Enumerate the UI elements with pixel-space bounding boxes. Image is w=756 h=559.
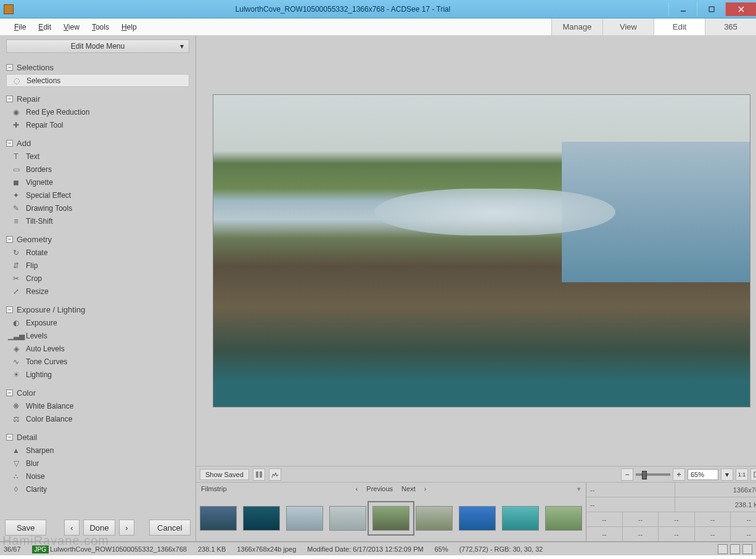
tool-label: Auto Levels — [26, 345, 65, 353]
collapse-icon: − — [6, 306, 13, 313]
whitebalance-icon: ❋ — [11, 401, 21, 411]
section-header-color[interactable]: −Color — [6, 386, 189, 399]
section-header-exposure-lighting[interactable]: −Exposure / Lighting — [6, 303, 189, 316]
collapse-icon: − — [6, 64, 13, 71]
section-header-add[interactable]: −Add — [6, 136, 189, 150]
zoom-slider[interactable] — [636, 473, 670, 476]
tool-label: Color Balance — [26, 415, 72, 423]
edit-panel: Edit Mode Menu ▾ −Selections◌Selections−… — [0, 36, 196, 541]
thumbnail[interactable] — [286, 506, 323, 531]
menu-view[interactable]: View — [58, 20, 85, 34]
prev-image-button[interactable]: ‹ — [64, 520, 79, 536]
info-cell: -- — [695, 512, 731, 526]
close-button[interactable] — [725, 2, 756, 16]
tab-365[interactable]: 365 — [705, 18, 756, 35]
tool-resize[interactable]: ⤢Resize — [6, 285, 189, 298]
section-header-selections[interactable]: −Selections — [6, 60, 189, 74]
cancel-button[interactable]: Cancel — [149, 520, 191, 536]
section-header-detail[interactable]: −Detail — [6, 430, 189, 444]
filmstrip-previous[interactable]: Previous — [366, 485, 393, 492]
zoom-in-button[interactable]: + — [673, 468, 685, 481]
thumbnail[interactable] — [416, 506, 453, 531]
tool-tone-curves[interactable]: ∿Tone Curves — [6, 355, 189, 368]
tool-flip[interactable]: ⇵Flip — [6, 259, 189, 272]
info-cell: -- — [731, 527, 756, 541]
save-button[interactable]: Save — [5, 520, 46, 536]
tool-borders[interactable]: ▭Borders — [6, 163, 189, 176]
tool-exposure[interactable]: ◐Exposure — [6, 316, 189, 329]
zoom-out-button[interactable]: − — [621, 468, 633, 481]
effect-icon: ✦ — [11, 190, 21, 200]
next-image-button[interactable]: › — [119, 520, 134, 536]
tool-sharpen[interactable]: ▲Sharpen — [6, 444, 189, 457]
thumbnail-selected[interactable] — [372, 506, 409, 531]
svg-rect-5 — [260, 471, 262, 478]
tool-lighting[interactable]: ☀Lighting — [6, 368, 189, 381]
tool-blur[interactable]: ▽Blur — [6, 457, 189, 470]
actual-size-icon[interactable]: 1:1 — [736, 468, 748, 481]
fit-image-icon[interactable] — [750, 468, 756, 481]
status-icon[interactable] — [718, 544, 728, 554]
show-saved-button[interactable]: Show Saved — [200, 469, 249, 480]
collapse-filmstrip-icon[interactable]: ▾ — [577, 485, 581, 493]
lighting-icon: ☀ — [11, 370, 21, 380]
tool-label: Special Effect — [26, 191, 71, 200]
tool-color-balance[interactable]: ⚖Color Balance — [6, 412, 189, 425]
tool-rotate[interactable]: ↻Rotate — [6, 246, 189, 259]
format-badge: JPG — [32, 545, 49, 553]
image-viewport[interactable] — [196, 36, 756, 466]
menu-help[interactable]: Help — [116, 20, 142, 34]
tool-tilt-shift[interactable]: ≡Tilt-Shift — [6, 214, 189, 227]
tool-label: Clarity — [26, 485, 47, 494]
zoom-value-input[interactable]: 65% — [688, 469, 718, 480]
tool-label: Resize — [26, 287, 49, 296]
menu-edit[interactable]: Edit — [33, 20, 57, 34]
thumbnail[interactable] — [502, 506, 539, 531]
tool-auto-levels[interactable]: ◈Auto Levels — [6, 342, 189, 355]
tool-repair-tool[interactable]: ✚Repair Tool — [6, 118, 189, 131]
tool-vignette[interactable]: ◼Vignette — [6, 176, 189, 189]
tool-selections[interactable]: ◌Selections — [6, 74, 189, 87]
section-title: Geometry — [17, 235, 52, 244]
menu-tools[interactable]: Tools — [86, 20, 115, 34]
edit-mode-menu-header[interactable]: Edit Mode Menu ▾ — [6, 39, 189, 53]
tool-drawing-tools[interactable]: ✎Drawing Tools — [6, 202, 189, 214]
histogram-icon[interactable] — [269, 468, 281, 481]
collapse-icon: − — [6, 236, 13, 243]
tool-special-effect[interactable]: ✦Special Effect — [6, 189, 189, 202]
tool-crop[interactable]: ✂Crop — [6, 272, 189, 285]
compare-icon[interactable] — [253, 468, 265, 481]
tool-label: Red Eye Reduction — [26, 108, 89, 116]
tool-noise[interactable]: ∴Noise — [6, 470, 189, 483]
thumbnail[interactable] — [243, 506, 280, 531]
tool-text[interactable]: TText — [6, 150, 189, 163]
thumbnail[interactable] — [200, 506, 237, 531]
tab-edit[interactable]: Edit — [654, 18, 705, 35]
collapse-icon: − — [6, 140, 13, 147]
tool-label: Text — [26, 152, 39, 161]
statusbar: 36/67 JPGLulworthCove_ROW10500055332_136… — [0, 541, 756, 555]
section-header-repair[interactable]: −Repair — [6, 92, 189, 105]
minimize-button[interactable] — [668, 2, 697, 16]
status-icon[interactable] — [730, 544, 740, 554]
tool-clarity[interactable]: ◊Clarity — [6, 483, 189, 496]
tool-levels[interactable]: ▁▃▅Levels — [6, 329, 189, 342]
menu-file[interactable]: File — [9, 20, 31, 34]
zoom-dropdown-button[interactable]: ▾ — [721, 468, 733, 481]
tool-white-balance[interactable]: ❋White Balance — [6, 399, 189, 412]
done-button[interactable]: Done — [83, 520, 115, 536]
levels-icon: ▁▃▅ — [11, 331, 21, 341]
svg-rect-1 — [709, 7, 714, 12]
info-cell: -- — [586, 497, 675, 512]
tab-manage[interactable]: Manage — [551, 18, 602, 35]
tool-red-eye-reduction[interactable]: ◉Red Eye Reduction — [6, 105, 189, 118]
heal-icon: ✚ — [11, 120, 21, 130]
filmstrip-next[interactable]: Next — [401, 485, 416, 492]
status-icon[interactable] — [742, 544, 752, 554]
thumbnail[interactable] — [545, 506, 582, 531]
section-header-geometry[interactable]: −Geometry — [6, 232, 189, 246]
thumbnail[interactable] — [329, 506, 366, 531]
tab-view[interactable]: View — [602, 18, 654, 35]
maximize-button[interactable] — [697, 2, 725, 16]
thumbnail[interactable] — [459, 506, 496, 531]
